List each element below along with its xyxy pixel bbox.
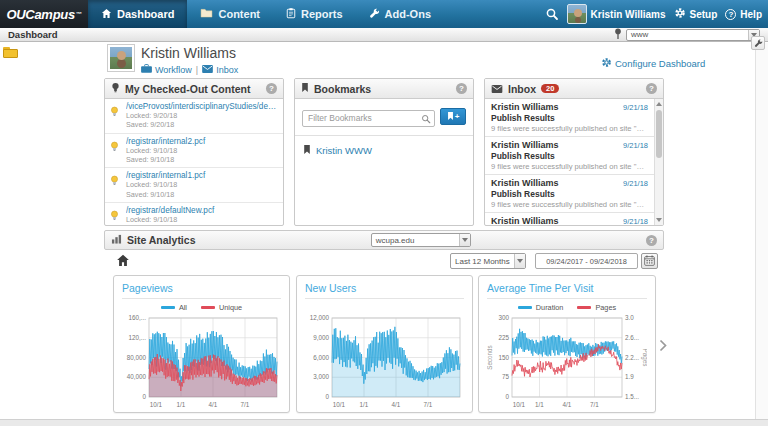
- help-icon[interactable]: ?: [456, 83, 467, 94]
- site-quick-select[interactable]: www: [626, 29, 760, 41]
- scrollbar-thumb[interactable]: [656, 110, 662, 158]
- lightbulb-icon[interactable]: [110, 173, 119, 191]
- topbar-right: Kristin Williams Setup ? Help: [545, 0, 768, 28]
- inbox-panel: Inbox 20 ? Kristin Williams9/21/18 Publi…: [484, 78, 664, 226]
- home-icon: [101, 8, 112, 21]
- inbox-link[interactable]: Inbox: [202, 65, 238, 75]
- legend-item[interactable]: Duration: [518, 303, 564, 312]
- folder-icon: [200, 8, 213, 20]
- svg-text:4/1: 4/1: [563, 401, 572, 408]
- lightbulb-icon[interactable]: [110, 104, 119, 122]
- filter-bookmarks-input[interactable]: [302, 110, 435, 127]
- file-link[interactable]: /viceProvost/interdisciplinaryStudies/de…: [126, 102, 277, 111]
- search-icon[interactable]: [421, 110, 431, 128]
- nav-reports[interactable]: Reports: [273, 0, 356, 28]
- chevron-right-icon[interactable]: [659, 338, 667, 356]
- gadget-rail: [755, 43, 768, 419]
- analytics-home-icon[interactable]: [116, 253, 130, 271]
- chart-title: Average Time Per Visit: [487, 282, 647, 299]
- svg-text:7/1: 7/1: [424, 401, 433, 408]
- file-link[interactable]: /registrar/internal1.pcf: [126, 171, 277, 180]
- avg-time-plot: 3002251507503.02.6...2.2...1.91.5...Page…: [487, 314, 647, 414]
- avg-time-chart-card: Average Time Per Visit DurationPages 300…: [478, 275, 656, 413]
- legend-item[interactable]: Pages: [577, 303, 616, 312]
- site-select-wrap: www: [614, 28, 760, 42]
- bookmark-item: Kristin WWW: [295, 136, 473, 165]
- analytics-site-select[interactable]: wcupa.edu: [371, 233, 471, 247]
- panel-title: My Checked-Out Content: [125, 83, 250, 95]
- svg-text:9,000: 9,000: [313, 334, 329, 341]
- svg-text:3.0: 3.0: [625, 314, 634, 321]
- svg-text:0: 0: [505, 393, 509, 400]
- breadcrumb-bar: Dashboard www: [0, 28, 768, 42]
- oucampus-logo[interactable]: OUCampus™: [0, 0, 88, 28]
- legend-item[interactable]: Unique: [201, 303, 242, 312]
- nav-addons[interactable]: Add-Ons: [356, 0, 444, 28]
- legend-item[interactable]: All: [161, 303, 187, 312]
- svg-text:40,000: 40,000: [127, 373, 147, 380]
- calendar-icon: [644, 254, 655, 269]
- lightbulb-icon[interactable]: [110, 208, 119, 226]
- analytics-range-select[interactable]: Last 12 Months: [450, 253, 526, 269]
- scroll-up-arrow[interactable]: [656, 102, 662, 106]
- inbox-message[interactable]: Kristin Williams9/21/18 Publish Results …: [485, 99, 654, 137]
- inbox-message[interactable]: Kristin Williams9/21/18 Publish Results …: [485, 213, 654, 225]
- setup-button[interactable]: Setup: [674, 7, 718, 21]
- gear-icon: [601, 57, 612, 70]
- gadgets-toggle-button[interactable]: [751, 36, 765, 50]
- lightbulb-icon: [111, 82, 120, 96]
- footer-strip: [0, 419, 768, 426]
- add-bookmark-button[interactable]: +: [440, 108, 466, 125]
- file-link[interactable]: /registrar/defaultNew.pcf: [126, 206, 277, 215]
- help-icon[interactable]: ?: [266, 83, 277, 94]
- quick-search-icon[interactable]: [545, 7, 559, 21]
- file-link[interactable]: /registrar/internal2.pcf: [126, 137, 277, 146]
- wrench-icon: [754, 36, 763, 51]
- svg-text:2.6...: 2.6...: [625, 334, 639, 341]
- svg-text:1.9: 1.9: [625, 373, 634, 380]
- chart-legend: DurationPages: [487, 301, 647, 314]
- configure-dashboard-link[interactable]: Configure Dashboard: [601, 57, 705, 70]
- svg-text:Pages: Pages: [641, 349, 647, 367]
- breadcrumb: Dashboard: [8, 29, 58, 40]
- svg-text:160,...: 160,...: [128, 314, 146, 321]
- link-separator: |: [196, 65, 198, 75]
- svg-text:7/1: 7/1: [241, 401, 250, 408]
- svg-text:150: 150: [498, 354, 509, 361]
- svg-text:1/1: 1/1: [535, 401, 544, 408]
- svg-text:Seconds: Seconds: [487, 345, 493, 370]
- bookmark-link[interactable]: Kristin WWW: [316, 145, 372, 156]
- pageviews-plot: 160,...120,...80,00040,000010/11/14/17/1: [122, 314, 281, 414]
- checked-out-item: /registrar/internal2.pcf Locked: 9/10/18…: [105, 134, 283, 169]
- help-icon[interactable]: ?: [646, 83, 657, 94]
- checked-out-item: /registrar/internal1.pcf Locked: 9/10/18…: [105, 168, 283, 203]
- chart-title: Pageviews: [122, 282, 281, 299]
- inbox-scrollbar[interactable]: [654, 99, 663, 225]
- nav-content[interactable]: Content: [187, 0, 273, 28]
- inbox-message[interactable]: Kristin Williams9/21/18 Publish Results …: [485, 137, 654, 175]
- help-icon[interactable]: ?: [646, 235, 657, 246]
- profile-block: Kristin Williams Workflow | Inbox: [108, 45, 238, 75]
- svg-text:4/1: 4/1: [209, 401, 218, 408]
- calendar-button[interactable]: [641, 253, 658, 269]
- folder-gadget-icon[interactable]: [3, 47, 18, 58]
- help-button[interactable]: ? Help: [725, 9, 762, 20]
- scroll-down-arrow[interactable]: [656, 218, 662, 222]
- user-name: Kristin Williams: [591, 9, 666, 20]
- profile-name: Kristin Williams: [141, 45, 238, 61]
- svg-text:12,000: 12,000: [310, 314, 330, 321]
- clipboard-icon: [286, 7, 296, 21]
- svg-text:80,000: 80,000: [127, 354, 147, 361]
- analytics-date-range-input[interactable]: [535, 253, 638, 269]
- inbox-message[interactable]: Kristin Williams9/21/18 Publish Results …: [485, 175, 654, 213]
- briefcase-icon: [141, 64, 152, 75]
- user-menu[interactable]: Kristin Williams: [567, 4, 666, 24]
- svg-text:2.2...: 2.2...: [625, 354, 639, 361]
- workflow-link[interactable]: Workflow: [141, 64, 192, 75]
- nav-dashboard[interactable]: Dashboard: [88, 0, 187, 28]
- lightbulb-icon[interactable]: [110, 139, 119, 157]
- bookmarks-panel: Bookmarks ? + Kristin WWW: [294, 78, 474, 226]
- svg-text:1.5...: 1.5...: [625, 393, 639, 400]
- checked-out-item: /viceProvost/interdisciplinaryStudies/de…: [105, 99, 283, 134]
- site-analytics-header: Site Analytics wcupa.edu ?: [104, 230, 664, 250]
